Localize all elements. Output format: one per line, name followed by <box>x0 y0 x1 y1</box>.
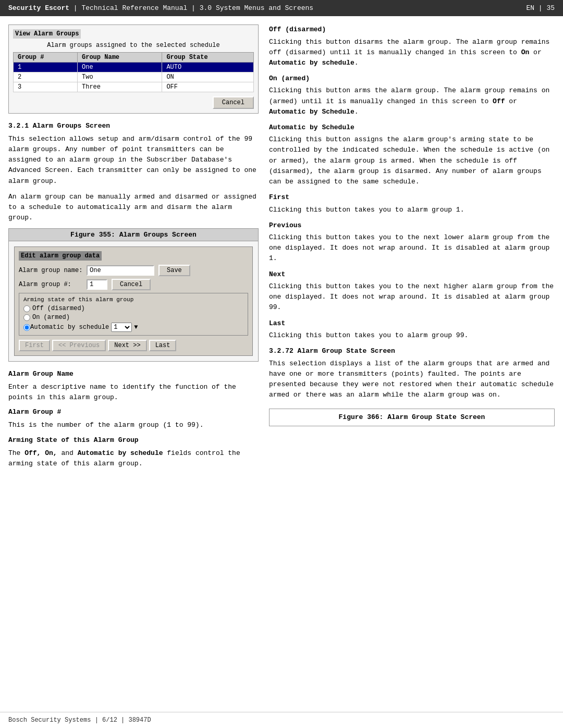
header-title: Security Escort | Technical Reference Ma… <box>8 4 313 12</box>
view-alarm-groups-box: View Alarm Groups Alarm groups assigned … <box>8 24 259 114</box>
radio-on-row: On (armed) <box>23 314 243 321</box>
first-button[interactable]: First <box>19 340 50 351</box>
edit-box-title: Edit alarm group data <box>19 251 102 261</box>
on-auto-bold: Automatic by Schedule <box>269 108 354 116</box>
figure-366-title: Figure 366: Alarm Group State Screen <box>275 412 549 423</box>
form-row-num: Alarm group #: Cancel <box>19 279 248 290</box>
auto-schedule-heading: Automatic by Schedule <box>269 122 555 133</box>
page-number: EN | 35 <box>526 4 555 12</box>
alarm-group-name-heading: Alarm Group Name <box>8 370 259 378</box>
radio-auto-row: Automatic by schedule 1 ▼ <box>23 323 243 332</box>
row3-num: 3 <box>14 82 78 92</box>
radio-off[interactable] <box>23 305 30 312</box>
radio-off-row: Off (disarmed) <box>23 305 243 312</box>
off-on-bold: On <box>521 48 530 56</box>
row1-num: 1 <box>14 63 78 72</box>
arming-state-heading: Arming State of this Alarm Group <box>8 436 259 444</box>
next-heading: Next <box>269 269 555 280</box>
row3-state: OFF <box>162 82 254 92</box>
on-off-bold: Off <box>493 97 505 105</box>
col-group-num: Group # <box>14 53 78 63</box>
next-body: Clicking this button takes you to the ne… <box>269 281 555 313</box>
auto-dropdown-arrow: ▼ <box>134 324 138 331</box>
header-title-rest: | Technical Reference Manual | 3.0 Syste… <box>69 4 313 12</box>
left-column: View Alarm Groups Alarm groups assigned … <box>8 24 259 474</box>
arming-state-label: Arming state of this alarm group <box>23 297 243 303</box>
row1-state: AUTO <box>162 63 254 72</box>
alarm-group-num-heading: Alarm Group # <box>8 408 259 416</box>
radio-off-label: Off (disarmed) <box>32 305 85 312</box>
section-321-para1: This selection allows setup and arm/disa… <box>8 134 259 187</box>
view-alarm-groups-title: View Alarm Groups <box>13 29 81 39</box>
cancel-area: Cancel <box>13 96 254 109</box>
section-3272-body: This selection displays a list of the al… <box>269 359 555 401</box>
auto-schedule-select[interactable]: 1 <box>111 323 132 332</box>
cancel-button[interactable]: Cancel <box>112 279 151 290</box>
radio-on[interactable] <box>23 314 30 321</box>
radio-auto-label: Automatic by schedule <box>30 324 109 331</box>
table-row[interactable]: 1 One AUTO <box>14 63 254 72</box>
page-header: Security Escort | Technical Reference Ma… <box>0 0 563 16</box>
arming-off-bold: Off, On, <box>25 449 57 457</box>
off-auto-bold: Automatic by schedule <box>269 59 354 67</box>
content-wrapper: View Alarm Groups Alarm groups assigned … <box>0 16 563 474</box>
edit-alarm-group-box: Edit alarm group data Alarm group name: … <box>14 246 253 356</box>
radio-on-label: On (armed) <box>32 314 70 321</box>
col-group-name: Group Name <box>78 53 162 63</box>
figure-355-title: Figure 355: Alarm Groups Screen <box>9 229 258 241</box>
last-body: Clicking this button takes you to alarm … <box>269 330 555 341</box>
view-cancel-button[interactable]: Cancel <box>213 96 254 109</box>
section-321-para2: An alarm group can be manually armed and… <box>8 192 259 223</box>
off-disarmed-body: Clicking this button disarms the alarm g… <box>269 37 555 68</box>
arming-state-group: Arming state of this alarm group Off (di… <box>19 293 248 336</box>
row2-name: Two <box>78 72 162 82</box>
on-armed-heading: On (armed) <box>269 73 555 84</box>
next-button[interactable]: Next >> <box>108 340 146 351</box>
arming-state-body: The Off, On, and Automatic by schedule f… <box>8 448 259 469</box>
arming-auto-bold: Automatic by schedule <box>78 449 163 457</box>
radio-auto[interactable] <box>23 324 30 331</box>
figure-366-box: Figure 366: Alarm Group State Screen <box>269 409 555 426</box>
form-row-name: Alarm group name: Save <box>19 265 248 276</box>
figure-355-content: Edit alarm group data Alarm group name: … <box>9 241 258 361</box>
alarm-group-num-label: Alarm group #: <box>19 281 87 288</box>
previous-heading: Previous <box>269 220 555 231</box>
last-button[interactable]: Last <box>149 340 177 351</box>
save-button[interactable]: Save <box>158 265 190 276</box>
header-title-bold: Security Escort <box>8 4 69 12</box>
section-321-heading: 3.2.1 Alarm Groups Screen <box>8 122 259 130</box>
table-row[interactable]: 2 Two ON <box>14 72 254 82</box>
on-armed-body: Clicking this button arms the alarm grou… <box>269 85 555 117</box>
alarm-groups-table: Group # Group Name Group State 1 One AUT… <box>13 52 254 92</box>
footer-left: Bosch Security Systems | 6/12 | 38947D <box>8 717 151 724</box>
auto-schedule-body: Clicking this button assigns the alarm g… <box>269 134 555 187</box>
right-column: Off (disarmed) Clicking this button disa… <box>269 24 555 474</box>
alarm-group-num-body: This is the number of the alarm group (1… <box>8 420 259 430</box>
last-heading: Last <box>269 318 555 329</box>
row1-name: One <box>78 63 162 72</box>
row2-state: ON <box>162 72 254 82</box>
row3-name: Three <box>78 82 162 92</box>
row2-num: 2 <box>14 72 78 82</box>
nav-buttons: First << Previous Next >> Last <box>19 340 248 351</box>
alarm-group-name-label: Alarm group name: <box>19 267 87 274</box>
figure-355-box: Figure 355: Alarm Groups Screen Edit ala… <box>8 228 259 362</box>
section-3272-heading: 3.2.72 Alarm Group State Screen <box>269 346 555 356</box>
alarm-group-num-input[interactable] <box>87 279 107 290</box>
previous-button[interactable]: << Previous <box>52 340 106 351</box>
previous-body: Clicking this button takes you to the ne… <box>269 232 555 264</box>
first-heading: First <box>269 192 555 203</box>
alarm-group-name-body: Enter a descriptive name to identify the… <box>8 382 259 403</box>
page-footer: Bosch Security Systems | 6/12 | 38947D <box>0 712 563 728</box>
off-disarmed-heading: Off (disarmed) <box>269 24 555 35</box>
view-alarm-groups-subtitle: Alarm groups assigned to the selected sc… <box>13 42 254 49</box>
col-group-state: Group State <box>162 53 254 63</box>
alarm-group-name-input[interactable] <box>87 265 154 276</box>
table-row[interactable]: 3 Three OFF <box>14 82 254 92</box>
first-body: Clicking this button takes you to alarm … <box>269 205 555 215</box>
